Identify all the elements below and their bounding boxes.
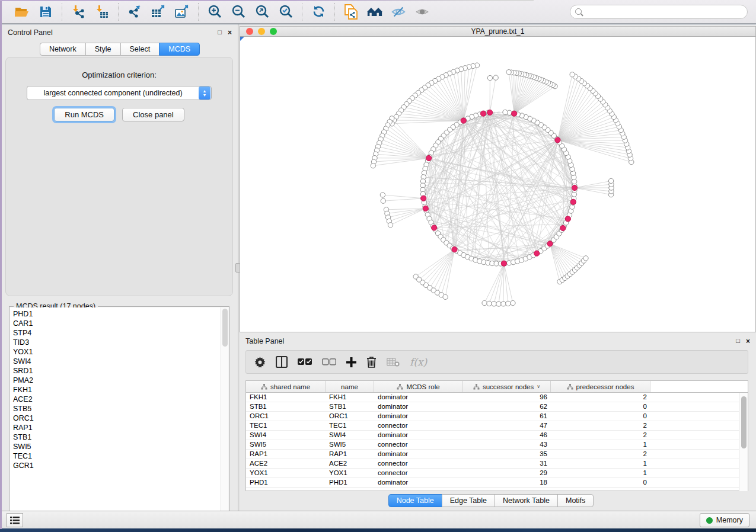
import-table-icon[interactable]	[94, 4, 110, 20]
table-cell-shared_name[interactable]: YOX1	[246, 469, 326, 477]
table-cell-name[interactable]: PHD1	[326, 478, 374, 487]
mcds-scrollbar-thumb[interactable]	[222, 309, 228, 347]
zoom-selected-icon[interactable]	[278, 4, 294, 20]
table-cell-role[interactable]: dominator	[374, 450, 463, 459]
table-cell-predecessors[interactable]: 1	[551, 440, 650, 449]
zoom-out-icon[interactable]	[231, 4, 246, 20]
tab-network[interactable]: Network	[40, 43, 86, 56]
create-column-icon[interactable]	[346, 357, 356, 367]
table-row[interactable]: STB1STB1dominator620	[246, 402, 748, 412]
table-cell-role[interactable]: dominator	[374, 402, 463, 411]
open-file-icon[interactable]	[14, 4, 30, 20]
mcds-result-item[interactable]: FKH1	[13, 385, 221, 395]
show-columns-icon[interactable]	[276, 356, 288, 368]
mcds-result-item[interactable]: RAP1	[13, 423, 221, 432]
table-row[interactable]: SWI4SWI4dominator462	[246, 431, 748, 440]
mcds-result-item[interactable]: STP4	[13, 328, 221, 338]
table-cell-successors[interactable]: 35	[463, 450, 551, 459]
mcds-result-item[interactable]: SWI5	[13, 442, 221, 451]
table-cell-successors[interactable]: 43	[463, 440, 551, 449]
table-cell-role[interactable]: connector	[374, 440, 463, 449]
mcds-result-item[interactable]: PMA2	[13, 376, 221, 385]
unselect-all-columns-icon[interactable]	[322, 358, 336, 366]
table-cell-role[interactable]: dominator	[374, 478, 463, 487]
table-cell-name[interactable]: SWI4	[326, 431, 374, 440]
mcds-result-scrollbar[interactable]	[221, 307, 228, 521]
mcds-result-list[interactable]: PHD1CAR1STP4TID3YOX1SWI4SRD1PMA2FKH1ACE2…	[10, 307, 221, 521]
table-cell-name[interactable]: SWI5	[326, 440, 374, 449]
mcds-result-item[interactable]: ACE2	[13, 395, 221, 404]
table-cell-predecessors[interactable]: 2	[551, 421, 650, 430]
column-header-name[interactable]: name	[326, 381, 374, 392]
column-header-successor-nodes[interactable]: successor nodes∨	[463, 381, 551, 392]
column-header-predecessor-nodes[interactable]: predecessor nodes	[551, 381, 650, 392]
table-cell-name[interactable]: RAP1	[326, 450, 374, 459]
hide-selected-icon[interactable]	[391, 4, 406, 20]
table-cell-shared_name[interactable]: ORC1	[246, 412, 326, 421]
mcds-result-item[interactable]: TEC1	[13, 451, 221, 461]
table-row[interactable]: YOX1YOX1connector291	[246, 469, 748, 478]
float-table-panel-icon[interactable]: □	[736, 337, 740, 345]
optimization-criterion-select[interactable]: largest connected component (undirected)…	[27, 86, 212, 100]
mcds-result-item[interactable]: STB5	[13, 404, 221, 414]
table-cell-role[interactable]: connector	[374, 469, 463, 477]
table-cell-predecessors[interactable]: 0	[551, 402, 650, 411]
first-neighbors-icon[interactable]	[367, 4, 382, 20]
table-row[interactable]: ORC1ORC1dominator610	[246, 412, 748, 421]
network-canvas[interactable]	[240, 37, 756, 332]
mcds-result-item[interactable]: STB1	[13, 432, 221, 442]
table-cell-shared_name[interactable]: RAP1	[246, 450, 326, 459]
mcds-result-item[interactable]: ORC1	[13, 414, 221, 423]
network-window-titlebar[interactable]: YPA_prune.txt_1	[240, 26, 756, 37]
table-cell-shared_name[interactable]: ACE2	[246, 459, 326, 468]
table-cell-shared_name[interactable]: STB1	[246, 402, 326, 411]
table-cell-predecessors[interactable]: 2	[551, 431, 650, 440]
zoom-fit-icon[interactable]	[254, 4, 270, 20]
table-cell-successors[interactable]: 47	[463, 421, 551, 430]
table-cell-predecessors[interactable]: 0	[551, 412, 650, 421]
table-cell-predecessors[interactable]: 1	[551, 469, 650, 477]
save-session-icon[interactable]	[38, 4, 53, 20]
table-cell-name[interactable]: YOX1	[326, 469, 374, 477]
column-header-MCDS-role[interactable]: MCDS role	[374, 381, 463, 392]
table-cell-predecessors[interactable]: 0	[551, 478, 650, 487]
table-cell-successors[interactable]: 46	[463, 431, 551, 440]
table-row[interactable]: TEC1TEC1connector472	[246, 421, 748, 431]
table-cell-shared_name[interactable]: FKH1	[246, 393, 326, 402]
table-row[interactable]: RAP1RAP1dominator352	[246, 450, 748, 459]
node-table-scrollbar[interactable]	[739, 393, 748, 491]
table-cell-role[interactable]: connector	[374, 421, 463, 430]
tab-style[interactable]: Style	[85, 43, 121, 56]
table-cell-shared_name[interactable]: TEC1	[246, 421, 326, 430]
table-cell-successors[interactable]: 96	[463, 393, 551, 402]
export-image-icon[interactable]	[174, 4, 190, 20]
table-row[interactable]: SWI5SWI5connector431	[246, 440, 748, 450]
table-settings-gear-icon[interactable]	[254, 357, 266, 368]
table-cell-shared_name[interactable]: SWI4	[246, 431, 326, 440]
table-cell-name[interactable]: ACE2	[326, 459, 374, 468]
export-table-icon[interactable]	[151, 4, 166, 20]
select-all-columns-icon[interactable]	[298, 358, 312, 366]
table-cell-role[interactable]: dominator	[374, 431, 463, 440]
clone-network-icon[interactable]	[343, 4, 359, 20]
tab-node-table[interactable]: Node Table	[388, 494, 442, 507]
close-panel-icon[interactable]: ×	[228, 28, 232, 37]
refresh-icon[interactable]	[311, 4, 326, 20]
table-cell-role[interactable]: dominator	[374, 412, 463, 421]
table-cell-shared_name[interactable]: PHD1	[246, 478, 326, 487]
column-header-shared-name[interactable]: shared name	[246, 381, 326, 392]
table-cell-successors[interactable]: 18	[463, 478, 551, 487]
show-all-icon[interactable]	[414, 4, 430, 20]
mcds-result-item[interactable]: SWI4	[13, 357, 221, 366]
zoom-in-icon[interactable]	[207, 4, 222, 20]
float-panel-icon[interactable]: □	[218, 28, 222, 37]
tab-edge-table[interactable]: Edge Table	[442, 494, 495, 507]
table-row[interactable]: ACE2ACE2connector311	[246, 459, 748, 469]
mcds-result-item[interactable]: PHD1	[13, 309, 221, 319]
table-cell-name[interactable]: STB1	[326, 402, 374, 411]
tab-select[interactable]: Select	[120, 43, 160, 56]
table-row[interactable]: PHD1PHD1dominator180	[246, 478, 748, 488]
mcds-result-item[interactable]: GCR1	[13, 461, 221, 470]
export-network-icon[interactable]	[127, 4, 142, 20]
mcds-result-item[interactable]: CAR1	[13, 319, 221, 328]
